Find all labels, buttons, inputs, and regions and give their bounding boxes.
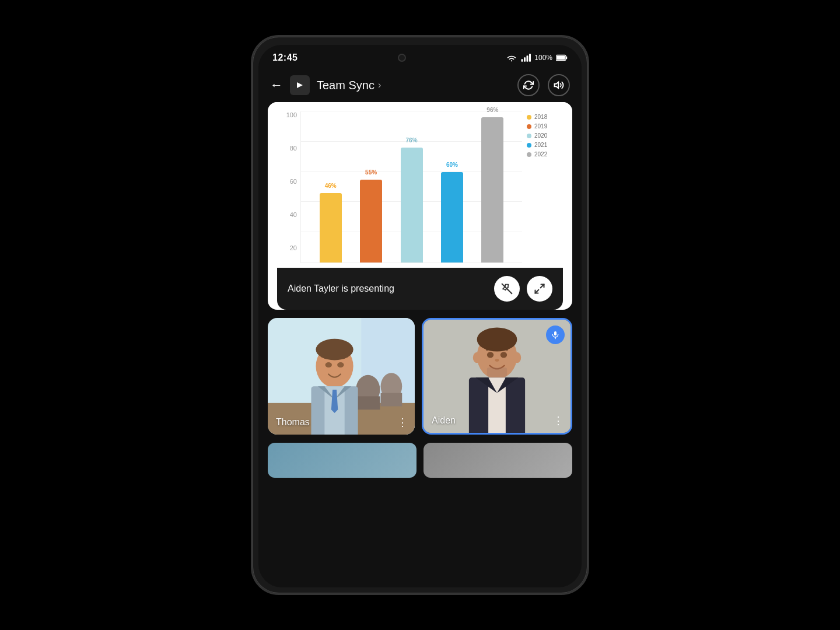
bar-2020-fill (401, 148, 423, 262)
refresh-icon (523, 80, 534, 90)
y-label-20: 20 (277, 244, 300, 251)
legend-dot-2021 (527, 143, 531, 148)
bottom-participants-row (258, 443, 582, 478)
thomas-menu-button[interactable]: ⋮ (397, 416, 408, 429)
chart-container: 20 40 60 80 100 (277, 111, 563, 263)
svg-rect-3 (529, 54, 531, 62)
presenting-actions (494, 276, 552, 302)
legend-2021: 2021 (527, 142, 563, 148)
volume-button[interactable] (548, 74, 570, 96)
legend-2019: 2019 (527, 123, 563, 130)
chart-inner: 46% 55% (300, 111, 522, 263)
top-actions (517, 74, 570, 96)
y-label-80: 80 (277, 145, 300, 152)
participant-card-aiden[interactable]: Aiden ⋮ (422, 318, 572, 435)
room-chevron-icon: › (378, 80, 381, 90)
svg-rect-5 (566, 57, 567, 60)
status-icons: 100% (506, 54, 568, 62)
front-camera (398, 54, 406, 62)
svg-rect-0 (522, 59, 523, 62)
bar-2020: 76% (394, 111, 429, 262)
bottom-card-1[interactable] (268, 443, 416, 478)
svg-point-31 (473, 352, 481, 363)
unpin-icon (501, 283, 513, 295)
participants-row: Thomas ⋮ (258, 310, 582, 443)
svg-rect-15 (356, 396, 380, 410)
legend-dot-2020 (527, 134, 531, 138)
aiden-name: Aiden (432, 415, 456, 425)
vol-up-button[interactable] (251, 118, 253, 141)
chart-grid: 46% 55% (300, 111, 522, 263)
fullscreen-icon (534, 283, 545, 295)
phone-device: 12:45 100% (251, 35, 589, 595)
bar-2020-label: 76% (406, 137, 418, 144)
bar-2022-fill (481, 117, 503, 262)
legend-2018: 2018 (527, 114, 563, 120)
svg-point-25 (337, 362, 344, 368)
svg-rect-17 (381, 393, 402, 407)
y-label-60: 60 (277, 178, 300, 185)
legend-label-2021: 2021 (534, 142, 547, 148)
bar-2018-label: 46% (325, 183, 337, 189)
legend-dot-2019 (527, 124, 531, 129)
bar-2021: 60% (434, 111, 470, 262)
bar-2021-label: 60% (446, 162, 458, 168)
power-button[interactable] (587, 133, 589, 165)
svg-rect-1 (524, 57, 526, 62)
svg-marker-7 (555, 82, 559, 89)
legend-dot-2018 (527, 115, 531, 120)
vol-down-button[interactable] (251, 146, 253, 169)
bar-2019-fill (360, 180, 382, 262)
bar-2018: 46% (313, 111, 348, 262)
y-label-100: 100 (277, 111, 300, 118)
back-button[interactable]: ← (270, 79, 283, 92)
legend-label-2018: 2018 (534, 114, 547, 120)
thomas-name: Thomas (276, 417, 310, 427)
chart-area: 20 40 60 80 100 (268, 102, 572, 268)
wifi-icon (506, 54, 517, 62)
phone-screen: 12:45 100% (258, 45, 582, 587)
presenting-bar: Aiden Tayler is presenting (277, 268, 563, 310)
meet-logo (292, 78, 307, 93)
app-icon (290, 75, 310, 95)
presentation-card: 20 40 60 80 100 (268, 102, 572, 310)
pin-button[interactable] (494, 276, 520, 302)
status-bar: 12:45 100% (258, 45, 582, 68)
svg-point-38 (501, 352, 507, 358)
thomas-name-container: Thomas (276, 417, 391, 428)
bottom-card-2[interactable] (424, 443, 572, 478)
battery-icon (556, 54, 568, 61)
legend-2022: 2022 (527, 151, 563, 158)
room-title: Team Sync › (317, 79, 510, 92)
bar-2018-fill (320, 193, 342, 262)
meet-logo-play (297, 82, 303, 88)
refresh-button[interactable] (517, 74, 540, 96)
bar-2022: 96% (475, 111, 510, 262)
legend-label-2020: 2020 (534, 132, 547, 139)
svg-point-19 (316, 339, 353, 360)
phone-body: 12:45 100% (251, 35, 589, 595)
svg-point-24 (326, 362, 332, 368)
legend-label-2019: 2019 (534, 123, 547, 130)
bars-row: 46% 55% (301, 111, 522, 262)
battery-text: 100% (534, 54, 552, 62)
bar-2019-label: 55% (365, 169, 377, 176)
svg-rect-2 (527, 55, 528, 62)
svg-point-30 (477, 327, 517, 351)
bar-2021-fill (441, 172, 463, 262)
y-label-40: 40 (277, 211, 300, 218)
status-time: 12:45 (272, 52, 298, 63)
chart-y-axis: 20 40 60 80 100 (277, 111, 300, 263)
svg-point-39 (495, 359, 499, 362)
signal-icon (520, 54, 531, 62)
svg-point-32 (513, 352, 521, 363)
presenter-text: Aiden Tayler is presenting (288, 284, 394, 294)
svg-point-37 (487, 352, 494, 358)
participant-card-thomas[interactable]: Thomas ⋮ (268, 318, 415, 435)
legend-label-2022: 2022 (534, 151, 547, 158)
aiden-menu-button[interactable]: ⋮ (553, 414, 564, 427)
mic-icon (551, 330, 560, 340)
top-bar: ← Team Sync › (258, 68, 582, 102)
svg-rect-40 (487, 368, 507, 377)
fullscreen-button[interactable] (527, 276, 552, 302)
